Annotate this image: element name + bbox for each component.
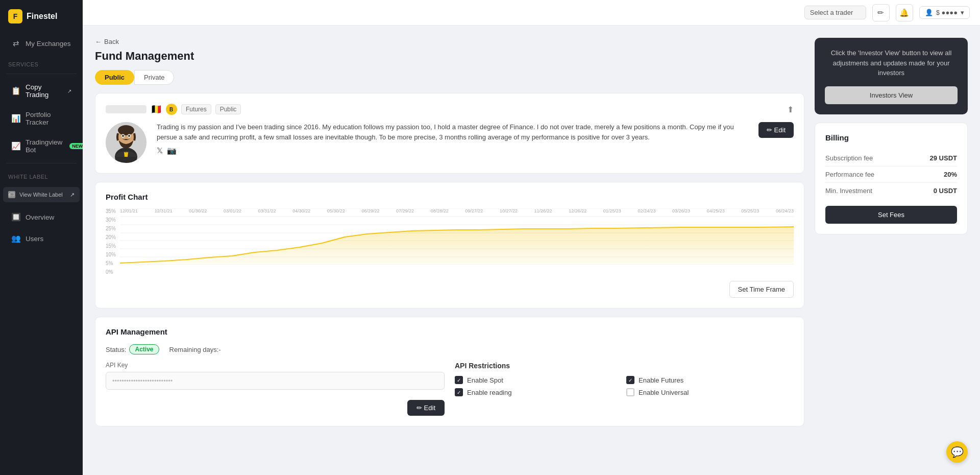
api-layout: API Key ✏ Edit API Restrictions ✓ Enable… [106,362,794,416]
svg-point-10 [128,135,130,137]
sidebar-item-label: Users [26,235,43,243]
user-balance: $ ●●●● [936,9,958,16]
bot-icon: 📈 [11,141,20,151]
profile-body: Trading is my passion and I've been trad… [106,122,794,163]
edit-profile-icon-btn[interactable]: ✏ [872,4,890,21]
copy-trading-icon: 📋 [11,86,20,96]
sidebar-item-overview[interactable]: 🔲 Overview [3,207,80,227]
users-icon: 👥 [11,234,20,243]
enable-spot-checkbox[interactable]: ✓ [455,376,463,384]
set-timeframe-row: Set Time Frame [106,281,794,298]
status-label: Status: Active [106,344,159,354]
chat-bubble[interactable]: 💬 [946,441,968,463]
set-time-frame-button[interactable]: Set Time Frame [729,281,794,298]
sidebar-divider [6,74,77,74]
back-link[interactable]: ← Back [95,38,804,45]
chevron-down-icon: ▾ [961,9,964,16]
enable-spot-label: Enable Spot [467,376,503,384]
share-icon[interactable]: ⬆ [787,105,794,114]
instagram-icon[interactable]: 📷 [167,146,177,155]
logo-icon: F [8,9,22,23]
min-investment-row: Min. Investment 0 USDT [825,183,957,199]
investors-view-button[interactable]: Investors View [825,86,958,104]
subscription-fee-value: 29 USDT [930,154,957,162]
enable-universal-label: Enable Universal [639,389,689,396]
sidebar-item-label: Copy Trading [26,83,61,99]
sidebar-item-users[interactable]: 👥 Users [3,228,80,249]
notification-btn[interactable]: 🔔 [896,4,913,21]
performance-fee-row: Performance fee 20% [825,167,957,183]
chart-area: 35% 30% 25% 20% 15% 10% 5% 0% [106,208,794,275]
enable-universal-row: Enable Universal [626,388,794,396]
portfolio-icon: 📊 [11,114,20,123]
svg-text:B: B [169,107,173,112]
back-label: Back [104,38,119,45]
profile-edit-button[interactable]: ✏ Edit [758,122,794,138]
api-edit-button[interactable]: ✏ Edit [407,400,445,416]
subscription-fee-row: Subscription fee 29 USDT [825,150,957,167]
sidebar-services-label: Services [0,54,83,70]
user-menu[interactable]: 👤 $ ●●●● ▾ [919,6,970,19]
sidebar-item-label: My Exchanges [26,40,71,48]
public-toggle-btn[interactable]: Public [95,70,134,85]
set-fees-button[interactable]: Set Fees [825,206,957,224]
white-label-button[interactable]: 🏷 View White Label ↗ [3,187,80,202]
sidebar-item-label: Portfolio Tracker [26,111,71,126]
twitter-icon[interactable]: 𝕏 [157,146,163,155]
remaining-days: Remaining days:- [169,346,221,353]
sidebar-item-my-exchanges[interactable]: ⇄ My Exchanges [3,33,80,54]
exchanges-icon: ⇄ [11,39,20,48]
futures-tag: Futures [181,104,211,114]
main-area: Select a trader ✏ 🔔 👤 $ ●●●● ▾ ← Back Fu… [83,0,980,475]
public-tag: Public [215,104,241,114]
enable-futures-checkbox[interactable]: ✓ [626,376,634,384]
topbar: Select a trader ✏ 🔔 👤 $ ●●●● ▾ [83,0,980,26]
sidebar-item-portfolio-tracker[interactable]: 📊 Portfolio Tracker [3,105,80,132]
trader-select[interactable]: Select a trader [804,6,866,19]
info-card-text: Click the 'Investor View' button to view… [825,48,958,78]
chat-icon: 💬 [951,446,964,458]
profile-bio: Trading is my passion and I've been trad… [157,122,748,142]
enable-reading-label: Enable reading [467,389,511,396]
enable-universal-checkbox[interactable] [626,388,634,396]
user-avatar-icon: 👤 [925,9,933,16]
api-restrictions-section: API Restrictions ✓ Enable Spot ✓ Enable … [455,362,794,416]
private-toggle-btn[interactable]: Private [134,70,174,85]
min-investment-label: Min. Investment [825,187,872,195]
enable-reading-checkbox[interactable]: ✓ [455,388,463,396]
sidebar-divider-2 [6,163,77,163]
external-link-icon: ↗ [67,88,71,94]
api-restrictions-title: API Restrictions [455,362,794,370]
sidebar-item-copy-trading[interactable]: 📋 Copy Trading ↗ [3,78,80,104]
svg-rect-4 [126,152,127,157]
profile-header-left: 🇧🇪 B Futures Public [106,104,241,115]
enable-spot-row: ✓ Enable Spot [455,376,622,384]
sidebar-logo[interactable]: F Finestel [0,0,83,33]
avatar [106,122,146,163]
sidebar-white-label-section: White Label [0,167,83,183]
sidebar-item-tradingview-bot[interactable]: 📈 Tradingview Bot NEW [3,133,80,159]
social-icons: 𝕏 📷 [157,146,748,155]
content-area: ← Back Fund Management Public Private 🇧🇪… [83,26,980,475]
info-card: Click the 'Investor View' button to view… [815,38,968,114]
performance-fee-label: Performance fee [825,171,874,178]
profit-chart-card: Profit Chart 35% 30% 25% 20% 15% 10% 5% … [95,182,804,308]
profile-card: 🇧🇪 B Futures Public ⬆ [95,93,804,174]
svg-point-6 [118,125,134,135]
right-panel: Click the 'Investor View' button to view… [815,38,968,463]
api-key-input[interactable] [106,372,445,390]
api-key-label: API Key [106,362,445,369]
tag-icon: 🏷 [8,191,15,198]
enable-futures-row: ✓ Enable Futures [626,376,794,384]
exchange-logo-icon: B [166,104,177,115]
external-icon: ↗ [70,192,75,198]
white-label-btn-label: View White Label [19,192,63,198]
flag-icon: 🇧🇪 [151,104,162,115]
enable-reading-row: ✓ Enable reading [455,388,622,396]
sidebar-item-label: Overview [26,213,54,221]
chart-y-labels: 35% 30% 25% 20% 15% 10% 5% 0% [106,208,119,275]
overview-icon: 🔲 [11,212,20,222]
api-status-row: Status: Active Remaining days:- [106,344,794,354]
chart-svg-area [120,208,794,265]
billing-title: Billing [825,133,957,142]
